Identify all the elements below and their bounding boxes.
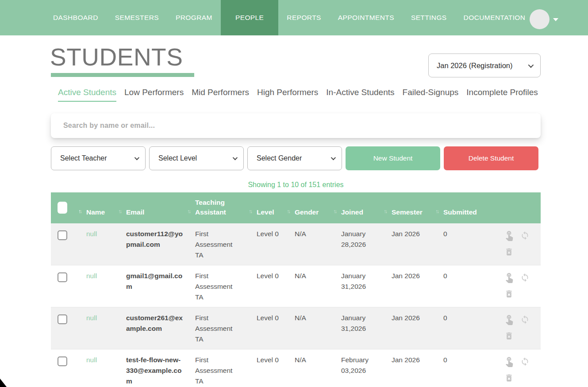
select-all-checkbox[interactable] (58, 202, 67, 214)
nav-item[interactable]: DASHBOARD (45, 0, 107, 35)
cell-submitted: 0 (443, 271, 496, 303)
cell-semester: Jan 2026 (392, 229, 443, 261)
delete-student-button[interactable]: Delete Student (444, 146, 538, 170)
sort-icon[interactable]: ↑↓ (333, 207, 336, 216)
header-checkbox-cell (51, 202, 86, 214)
cell-submitted: 0 (443, 229, 496, 261)
cell-gender: N/A (295, 355, 341, 387)
sort-icon[interactable]: ↑↓ (187, 207, 190, 216)
column-header[interactable]: ↑↓ Email (126, 207, 195, 217)
cell-gender: N/A (295, 229, 341, 261)
nav-item[interactable]: PEOPLE (221, 0, 278, 35)
search-input[interactable] (51, 113, 541, 138)
delete-icon[interactable] (503, 373, 520, 387)
tab[interactable]: Mid Performers (192, 88, 249, 102)
row-checkbox[interactable] (58, 356, 67, 366)
row-checkbox-cell (51, 313, 86, 345)
column-header-label: Teaching Assistant (195, 198, 234, 217)
nav-item-label: PEOPLE (235, 14, 264, 22)
sort-icon[interactable]: ↑↓ (435, 207, 438, 216)
cell-gender: N/A (295, 271, 341, 303)
cell-name[interactable]: null (86, 313, 126, 345)
new-student-button[interactable]: New Student (346, 146, 440, 170)
cell-email: customer112@yopmail.com (126, 229, 189, 261)
nav-item-label: DOCUMENTATION (464, 14, 526, 22)
column-header[interactable]: ↑↓ Teaching Assistant (195, 198, 257, 217)
avatar[interactable] (530, 9, 550, 29)
sort-icon[interactable]: ↑↓ (384, 207, 386, 216)
title-underline (51, 73, 194, 77)
delete-icon[interactable] (503, 289, 520, 303)
semester-select[interactable]: Jan 2026 (Registration) (428, 54, 541, 77)
cell-submitted: 0 (443, 355, 496, 387)
row-checkbox[interactable] (58, 272, 67, 282)
cell-name[interactable]: null (86, 229, 126, 261)
cell-joined: February 03,2026 (341, 355, 382, 387)
column-header-label: Name (86, 207, 105, 217)
sort-icon[interactable]: ↑↓ (287, 207, 289, 216)
main-content: STUDENTS Jan 2026 (Registration) Active … (51, 43, 541, 387)
nav-item[interactable]: APPOINTMENTS (330, 0, 403, 35)
tab[interactable]: Failed-Signups (403, 88, 459, 102)
row-checkbox[interactable] (58, 314, 67, 324)
column-header-label: Semester (392, 207, 423, 217)
nav-item-label: APPOINTMENTS (338, 14, 394, 22)
teacher-select[interactable]: Select Teacher (51, 146, 146, 170)
row-actions (496, 313, 541, 345)
nav-item[interactable]: SETTINGS (403, 0, 455, 35)
sort-icon[interactable]: ↑↓ (118, 207, 121, 216)
level-select[interactable]: Select Level (149, 146, 244, 170)
chevron-down-icon (233, 155, 238, 160)
semester-select-value: Jan 2026 (Registration) (437, 61, 513, 70)
tab[interactable]: Active Students (58, 88, 116, 102)
level-select-value: Select Level (158, 154, 197, 162)
cell-email: gmail1@gmail.com (126, 271, 189, 303)
cell-email: customer261@example.com (126, 313, 189, 345)
cell-submitted: 0 (443, 313, 496, 345)
touch-action-icon[interactable] (503, 314, 520, 330)
delete-icon[interactable] (503, 331, 520, 345)
cell-gender: N/A (295, 313, 341, 345)
gender-select[interactable]: Select Gender (247, 146, 342, 170)
column-header-label: Email (126, 207, 144, 217)
tab[interactable]: In-Active Students (326, 88, 394, 102)
column-header[interactable]: ↑↓ Submitted (443, 207, 496, 217)
sync-icon[interactable] (520, 356, 531, 372)
sort-icon[interactable]: ↑↓ (78, 207, 81, 216)
column-header-label: Level (257, 207, 274, 217)
touch-action-icon[interactable] (503, 356, 520, 372)
cell-teaching-assistant: First Assessment TA (195, 355, 245, 387)
nav-item[interactable]: DOCUMENTATION (455, 0, 534, 35)
nav-item[interactable]: PROGRAM (167, 0, 221, 35)
nav-item-label: DASHBOARD (53, 14, 98, 22)
chevron-down-icon (528, 62, 534, 68)
cell-level: Level 0 (257, 313, 295, 345)
nav-item-label: SEMESTERS (115, 14, 159, 22)
touch-action-icon[interactable] (503, 230, 520, 245)
sort-icon[interactable]: ↑↓ (249, 207, 251, 216)
touch-action-icon[interactable] (503, 272, 520, 287)
chevron-down-icon[interactable] (553, 18, 558, 21)
cell-name[interactable]: null (86, 355, 126, 387)
cell-joined: January 28,2026 (341, 229, 382, 261)
nav-item[interactable]: REPORTS (278, 0, 329, 35)
sync-icon[interactable] (520, 272, 531, 287)
row-actions (496, 271, 541, 303)
tab[interactable]: High Performers (257, 88, 318, 102)
cell-level: Level 0 (257, 355, 295, 387)
row-checkbox[interactable] (58, 230, 67, 240)
column-header-label: Joined (341, 207, 363, 217)
students-table: ↑↓ Name ↑↓ Email ↑↓ Teaching Assistant ↑… (51, 192, 541, 387)
tab[interactable]: Low Performers (124, 88, 184, 102)
cell-name[interactable]: null (86, 271, 126, 303)
row-checkbox-cell (51, 355, 86, 387)
row-checkbox-cell (51, 271, 86, 303)
delete-icon[interactable] (503, 247, 520, 261)
nav-item-label: REPORTS (287, 14, 321, 22)
cell-teaching-assistant: First Assessment TA (195, 271, 245, 303)
sync-icon[interactable] (520, 230, 531, 245)
table-row: null gmail1@gmail.com First Assessment T… (51, 265, 541, 307)
tab[interactable]: Incomplete Profiles (466, 88, 538, 102)
nav-item[interactable]: SEMESTERS (107, 0, 167, 35)
sync-icon[interactable] (520, 314, 531, 330)
